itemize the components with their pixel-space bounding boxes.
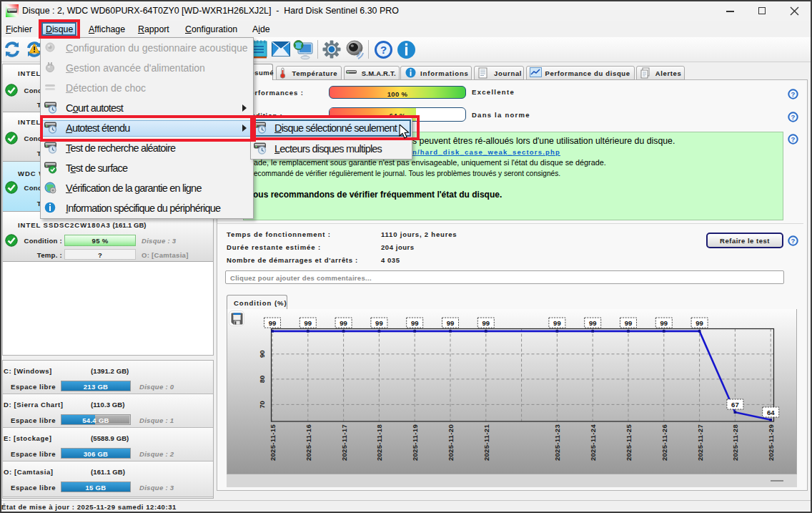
svg-text:99: 99 [375, 319, 383, 327]
svg-text:99: 99 [589, 319, 597, 327]
svg-text:70: 70 [258, 401, 266, 409]
svg-text:99: 99 [304, 319, 312, 327]
svg-text:2025-11-20: 2025-11-20 [447, 424, 455, 461]
svg-text:99: 99 [482, 319, 490, 327]
svg-text:99: 99 [625, 319, 633, 327]
svg-text:2025-11-24: 2025-11-24 [589, 424, 597, 461]
svg-text:2025-11-19: 2025-11-19 [411, 424, 419, 461]
svg-text:2025-11-28: 2025-11-28 [731, 424, 739, 461]
svg-text:2025-11-17: 2025-11-17 [340, 424, 348, 461]
svg-text:2025-11-25: 2025-11-25 [625, 424, 633, 461]
svg-text:2025-11-27: 2025-11-27 [696, 424, 704, 461]
svg-text:80: 80 [258, 376, 266, 383]
svg-text:2025-11-23: 2025-11-23 [553, 424, 561, 461]
svg-text:99: 99 [553, 319, 561, 327]
svg-text:90: 90 [258, 351, 266, 358]
svg-text:99: 99 [340, 319, 347, 327]
svg-text:2025-11-18: 2025-11-18 [375, 424, 383, 461]
svg-text:2025-11-15: 2025-11-15 [269, 424, 277, 461]
svg-text:64: 64 [767, 409, 775, 416]
svg-text:99: 99 [660, 319, 668, 327]
svg-text:2025-11-21: 2025-11-21 [482, 424, 490, 461]
svg-text:99: 99 [411, 319, 419, 327]
svg-text:2025-11-26: 2025-11-26 [660, 424, 668, 461]
svg-text:2025-11-16: 2025-11-16 [304, 424, 312, 461]
svg-text:2025-11-29: 2025-11-29 [767, 424, 775, 461]
svg-text:99: 99 [269, 319, 277, 327]
svg-text:99: 99 [447, 319, 455, 327]
svg-text:67: 67 [731, 401, 739, 409]
svg-text:99: 99 [695, 319, 703, 327]
